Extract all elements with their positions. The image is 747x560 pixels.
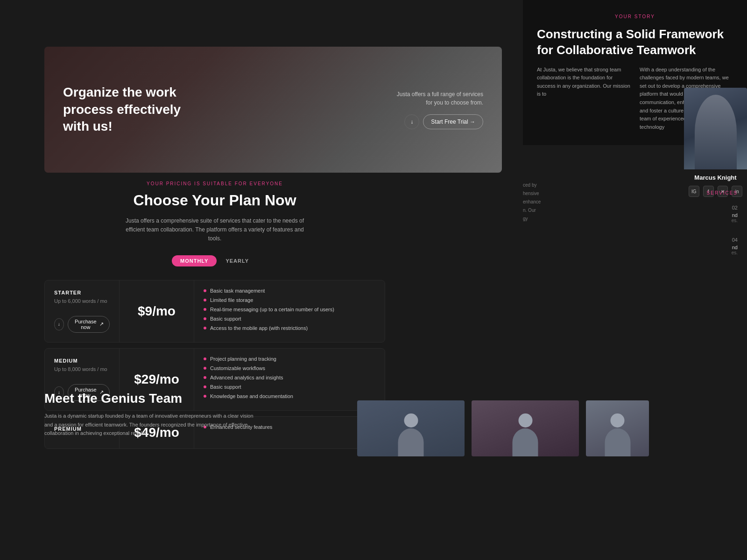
- person-head: [611, 413, 625, 427]
- team-photo-2: [472, 400, 579, 456]
- feature-dot: [204, 308, 206, 311]
- pricing-eyebrow: YOUR PRICING IS SUITABLE FOR EVERYONE: [44, 181, 385, 186]
- starter-purchase-button[interactable]: Purchase now ↗: [68, 316, 110, 333]
- medium-plan-name: MEDIUM: [54, 358, 110, 364]
- feature-item: Project planning and tracking: [204, 356, 375, 362]
- starter-plan-actions: ↓ Purchase now ↗: [54, 316, 110, 333]
- feature-text: Basic support: [210, 384, 241, 390]
- starter-plan-features: Basic task management Limited file stora…: [194, 280, 385, 342]
- feature-item: Access to the mobile app (with restricti…: [204, 325, 375, 331]
- starter-plan-left: STARTER Up to 6,000 words / mo ↓ Purchas…: [45, 280, 120, 342]
- service-item-04: 04 nd es.: [663, 237, 738, 255]
- feature-text: Real-time messaging (up to a certain num…: [210, 307, 334, 312]
- person-body: [513, 428, 538, 456]
- billing-toggle: MONTHLY YEARLY: [44, 255, 385, 267]
- person-body: [605, 428, 630, 456]
- feature-text: Access to the mobile app (with restricti…: [210, 325, 308, 331]
- overlay-text-1: ced by: [523, 181, 584, 189]
- yearly-toggle[interactable]: YEARLY: [217, 255, 258, 267]
- person-head: [404, 413, 418, 427]
- feature-item: Advanced analytics and insights: [204, 375, 375, 380]
- service-title-04: nd: [663, 245, 738, 250]
- hero-buttons: ↓ Start Free Trial →: [390, 114, 483, 129]
- feature-dot: [204, 357, 206, 360]
- feature-dot: [204, 299, 206, 301]
- pricing-title: Choose Your Plan Now: [44, 192, 385, 209]
- feature-text: Limited file storage: [210, 297, 253, 303]
- feature-dot: [204, 327, 206, 329]
- starter-purchase-arrow: ↗: [99, 321, 104, 327]
- hero-subtitle: Justa offers a full range of services fo…: [390, 90, 483, 107]
- person-silhouette-1: [398, 413, 424, 456]
- monthly-toggle[interactable]: MONTHLY: [172, 255, 217, 266]
- story-text-left: At Justa, we believe that strong team co…: [537, 66, 630, 132]
- person-silhouette-3: [605, 413, 630, 456]
- starter-purchase-label: Purchase now: [74, 319, 98, 330]
- profile-body-shape: [695, 95, 737, 169]
- feature-dot: [204, 385, 206, 388]
- feature-text: Advanced analytics and insights: [210, 375, 283, 380]
- feature-item: Basic support: [204, 316, 375, 322]
- starter-plan-card: STARTER Up to 6,000 words / mo ↓ Purchas…: [44, 280, 385, 343]
- feature-item: Customizable workflows: [204, 365, 375, 371]
- services-panel: SERVICES 02 nd es. 04 nd es.: [654, 181, 747, 279]
- overlay-text-2: hensive: [523, 189, 584, 198]
- hero-circle-button[interactable]: ↓: [404, 114, 419, 129]
- profile-image: [684, 88, 747, 169]
- feature-text: Basic support: [210, 316, 241, 322]
- overlay-text-3: enhance: [523, 198, 584, 206]
- feature-text: Project planning and tracking: [210, 356, 276, 362]
- trial-button-label: Start Free Trial →: [431, 119, 475, 125]
- right-text-overlay: ced by hensive enhance n. Our gy: [523, 181, 584, 223]
- service-num-04: 04: [663, 237, 738, 243]
- hero-content: Organize the work process effectively wi…: [44, 65, 371, 154]
- hero-section: Organize the work process effectively wi…: [44, 47, 502, 173]
- person-head: [518, 413, 532, 427]
- feature-dot: [204, 289, 206, 292]
- feature-text: Customizable workflows: [210, 365, 265, 371]
- team-photo-3: [586, 400, 649, 456]
- hero-trial-button[interactable]: Start Free Trial →: [423, 114, 483, 129]
- hero-title: Organize the work process effectively wi…: [63, 84, 203, 135]
- feature-item: Basic support: [204, 384, 375, 390]
- feature-text: Basic task management: [210, 288, 265, 294]
- starter-plan-words: Up to 6,000 words / mo: [54, 298, 110, 304]
- hero-right: Justa offers a full range of services fo…: [371, 71, 502, 148]
- feature-dot: [204, 376, 206, 379]
- medium-plan-words: Up to 8,000 words / mo: [54, 366, 110, 372]
- service-num-02: 02: [663, 205, 738, 210]
- service-subtitle-02: es.: [663, 218, 738, 223]
- meet-team-description: Justa is a dynamic startup founded by a …: [44, 412, 254, 438]
- service-title-02: nd: [663, 212, 738, 218]
- story-title: Constructing a Solid Framework for Colla…: [537, 27, 733, 58]
- feature-item: Basic task management: [204, 288, 375, 294]
- team-photo-1: [357, 400, 465, 456]
- starter-plan-name: STARTER: [54, 290, 110, 295]
- starter-info-button[interactable]: ↓: [54, 318, 64, 330]
- overlay-text-4: n. Our: [523, 206, 584, 215]
- feature-dot: [204, 317, 206, 320]
- services-label: SERVICES: [663, 190, 738, 196]
- service-subtitle-04: es.: [663, 250, 738, 255]
- person-body: [398, 428, 424, 456]
- overlay-text-5: gy: [523, 215, 584, 223]
- meet-team-section: Meet the Genius Team Justa is a dynamic …: [44, 391, 254, 438]
- starter-plan-price: $9/mo: [120, 280, 194, 342]
- story-label: YOUR STORY: [537, 14, 733, 19]
- feature-item: Limited file storage: [204, 297, 375, 303]
- person-silhouette-2: [513, 413, 538, 456]
- feature-item: Real-time messaging (up to a certain num…: [204, 307, 375, 312]
- pricing-description: Justa offers a comprehensive suite of se…: [121, 217, 308, 244]
- meet-team-title: Meet the Genius Team: [44, 391, 254, 406]
- feature-dot: [204, 367, 206, 370]
- service-item-02: 02 nd es.: [663, 205, 738, 223]
